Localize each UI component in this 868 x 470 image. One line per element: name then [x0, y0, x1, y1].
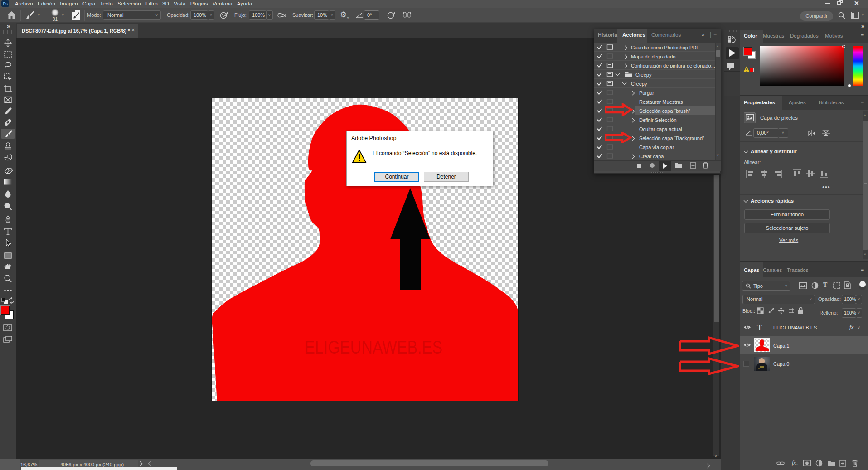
svg-text:ELIGEUNAWEB.ES: ELIGEUNAWEB.ES — [305, 337, 442, 357]
